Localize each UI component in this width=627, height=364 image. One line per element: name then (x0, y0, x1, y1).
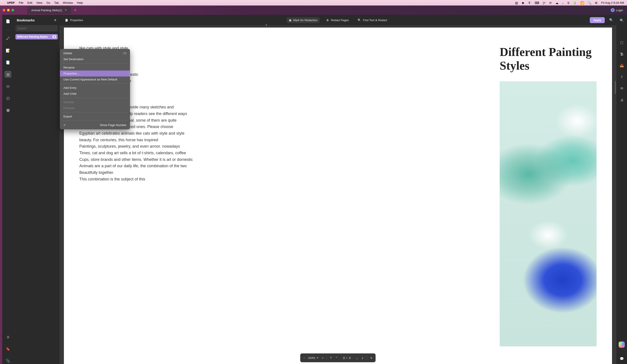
cm-use-default[interactable]: Use Current Appearance as New Default (60, 76, 130, 82)
cm-rename[interactable]: Rename (60, 64, 130, 70)
bookmark-context-menu: Delete ⌫ Set Destination Rename Properti… (60, 49, 130, 129)
find-redact-icon: 🔍 (358, 18, 361, 22)
close-bar-button[interactable]: ✕ (370, 356, 372, 360)
zoom-display[interactable]: 204% ▼ (308, 356, 318, 360)
close-window-button[interactable] (3, 9, 5, 11)
text-line: Paintings, sculptures, jewelry, and even… (79, 144, 180, 149)
cm-properties[interactable]: Properties... (60, 70, 130, 76)
menu-help[interactable]: Help (77, 1, 83, 4)
properties-label: Properties (70, 18, 83, 22)
rr-share-icon[interactable]: ⇧ (619, 74, 624, 80)
rr-search-icon[interactable]: 🔍 (619, 18, 624, 23)
tray-s-icon[interactable]: S (567, 1, 569, 5)
menu-tab[interactable]: Tab (54, 1, 59, 4)
tray-cloud-icon[interactable]: ☁ (555, 1, 559, 5)
tray-sync-icon[interactable]: ⟳ (549, 1, 552, 5)
bookmarks-search-input[interactable] (15, 25, 58, 32)
updf-logo-icon[interactable] (619, 342, 625, 348)
pdf-page: like cats with style and style has inspi… (64, 28, 612, 364)
tray-control-center-icon[interactable]: ⚙ (595, 1, 598, 5)
menu-go[interactable]: Go (47, 1, 50, 4)
page-text-column: like cats with style and style has inspi… (79, 45, 489, 346)
cm-export[interactable]: Export (60, 113, 130, 119)
prev-page-button[interactable]: ⌃ (335, 356, 338, 360)
properties-icon: 📋 (65, 18, 68, 22)
cm-show-page-number[interactable]: Show Page Number (60, 122, 130, 128)
apply-button[interactable]: Apply (590, 17, 605, 23)
menu-view[interactable]: View (36, 1, 43, 4)
document-tab[interactable]: Animal Painting Skills(1) ✎ (27, 6, 71, 14)
rail-bookmark-icon[interactable]: 🔖 (5, 346, 11, 352)
text-line: This combination is the subject of this (79, 177, 145, 181)
find-redact-button[interactable]: 🔍 Find Text & Redact (355, 17, 389, 23)
cm-set-destination[interactable]: Set Destination (60, 56, 130, 62)
rail-reader-icon[interactable]: 📄 (5, 18, 11, 24)
tray-wifi-icon[interactable]: 📶 (580, 1, 584, 5)
tray-barcode-icon[interactable]: ▥ (515, 1, 518, 5)
menubar-appname[interactable]: UPDF (7, 1, 15, 4)
rr-compress-icon[interactable]: 🗜 (619, 51, 624, 57)
rr-mail-icon[interactable]: ✉ (619, 86, 624, 91)
document-viewport[interactable]: like cats with style and style has inspi… (59, 25, 616, 364)
search-icon[interactable]: 🔍 (609, 18, 613, 22)
rr-export-icon[interactable]: 📤 (619, 63, 624, 68)
first-page-button[interactable]: ⤒ (330, 356, 332, 360)
rail-crop-icon[interactable]: ◰ (5, 95, 11, 101)
separator (367, 356, 367, 360)
page-right-column: Different Painting Styles (500, 45, 597, 346)
rail-highlight-icon[interactable]: 🖍 (5, 35, 11, 42)
mac-menubar: UPDF File Edit View Go Tab Window Help ▥… (0, 0, 627, 5)
mark-redaction-icon: ▣ (289, 18, 291, 22)
cm-set-destination-label: Set Destination (63, 57, 84, 61)
last-page-button[interactable]: ⤓ (361, 356, 364, 360)
rail-attachment-icon[interactable]: 📎 (5, 357, 11, 364)
total-pages: 9 (349, 356, 351, 360)
minimize-window-button[interactable] (7, 9, 10, 11)
menu-file[interactable]: File (19, 1, 23, 4)
rail-redact-icon[interactable]: ▥ (5, 71, 11, 78)
tray-bluetooth-icon[interactable]: ⌵ (562, 1, 564, 5)
rail-organize-icon[interactable]: 📑 (5, 59, 11, 66)
left-rail: 📄 🖍 📝 📑 ▥ 🗂 ◰ ▦ ≣ 🔖 📎 (2, 15, 14, 364)
rr-feedback-icon[interactable]: 💬 (619, 356, 624, 361)
zoom-out-button[interactable]: − (303, 356, 305, 360)
cm-add-entry[interactable]: Add Entry (60, 85, 130, 91)
tray-face-icon[interactable]: ☻ (522, 1, 525, 5)
rail-form-icon[interactable]: ▦ (5, 107, 11, 113)
tray-keyboard-icon[interactable]: ⌨ (535, 1, 539, 5)
next-page-button[interactable]: ⌄ (356, 356, 358, 360)
cm-delete[interactable]: Delete ⌫ (60, 50, 130, 56)
cm-demote: Demote (60, 99, 130, 105)
text-line: Beautifully together. (79, 170, 114, 175)
cm-add-child[interactable]: Add Child (60, 91, 130, 97)
tray-search-icon[interactable]: 🔍 (588, 1, 591, 5)
cm-delete-label: Delete (63, 52, 72, 55)
zoom-in-button[interactable]: + (322, 356, 324, 360)
rr-ocr-icon[interactable]: ▢ (619, 40, 624, 45)
bookmark-item[interactable]: Different Painting Styles 3 (15, 34, 58, 40)
rail-edit-icon[interactable]: 📝 (5, 47, 11, 54)
redact-pages-button[interactable]: 🗎 Redact Pages (324, 17, 351, 23)
rr-print-icon[interactable]: 🖨 (619, 97, 624, 103)
cm-separator (62, 112, 128, 112)
app-window: Animal Painting Skills(1) ✎ + 👤 Login 📄 … (0, 5, 627, 364)
properties-button[interactable]: 📋 Properties (62, 17, 85, 23)
window-controls (2, 9, 14, 11)
login-button[interactable]: 👤 Login (611, 8, 623, 12)
cm-separator (62, 120, 128, 121)
tray-bird-icon[interactable]: 🕊 (543, 1, 546, 5)
vertical-scrollbar[interactable] (615, 81, 616, 94)
add-tab-button[interactable]: + (74, 8, 76, 12)
add-bookmark-button[interactable]: + (54, 18, 56, 22)
rail-tools-icon[interactable]: 🗂 (5, 83, 11, 90)
tray-battery-icon[interactable]: 🔋 (573, 1, 577, 5)
tray-mic-icon[interactable]: 🎙 (528, 1, 531, 5)
mark-redaction-button[interactable]: ▣ Mark for Redaction (287, 17, 320, 23)
zoom-window-button[interactable] (11, 9, 14, 11)
page-indicator[interactable]: 3 / 9 (341, 356, 353, 360)
menubar-timestamp[interactable]: Fri Aug 2 9:24 AM (601, 1, 624, 4)
rail-layers-icon[interactable]: ≣ (5, 334, 11, 340)
bookmarks-panel: Bookmarks + Different Painting Styles 3 (14, 15, 59, 364)
menu-window[interactable]: Window (63, 1, 73, 4)
menu-edit[interactable]: Edit (27, 1, 32, 4)
